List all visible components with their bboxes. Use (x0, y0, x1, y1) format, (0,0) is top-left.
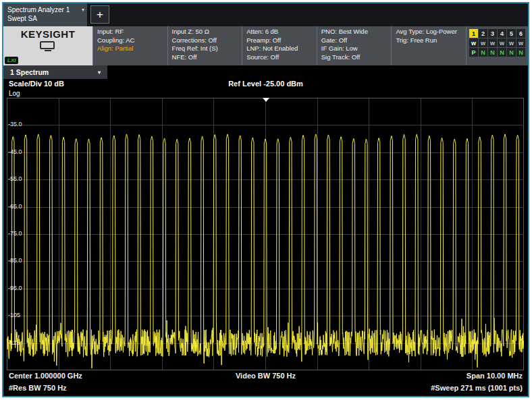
status-line: Source: Off (246, 53, 313, 62)
monitor-base-shape (45, 50, 51, 51)
spectrum-display: -35.0-45.0-55.0-65.0-75.0-85.0-95.0-105-… (7, 98, 525, 370)
spectrum-graticule (7, 98, 524, 370)
status-column-pno[interactable]: PNO: Best WideGate: OffIF Gain: LowSig T… (317, 26, 392, 65)
y-axis-label: -85.0 (8, 257, 22, 264)
status-column-avg-trig[interactable]: Avg Type: Log-PowerTrig: Free Run (391, 26, 466, 65)
trace-number[interactable]: 6 (516, 29, 525, 38)
trace-type[interactable]: w (488, 38, 497, 47)
measurement-bar: 1 Spectrum ▾ (3, 65, 528, 79)
video-bw-annotation[interactable]: Video BW 750 Hz (3, 372, 528, 380)
status-line: Gate: Off (321, 36, 388, 45)
status-line: Input: RF (97, 28, 163, 36)
trace-detector[interactable]: N (507, 48, 516, 57)
trace-type[interactable]: w (507, 38, 516, 47)
display-annotations-bottom-2: #Res BW 750 Hz #Sweep 271 ms (1001 pts) (3, 382, 528, 395)
res-bw-annotation[interactable]: #Res BW 750 Hz (9, 384, 67, 392)
trace-detector[interactable]: N (479, 48, 487, 57)
status-line: Input Z: 50 Ω (172, 28, 238, 36)
y-axis-label: -35.0 (8, 121, 22, 128)
trace-type[interactable]: w (516, 38, 525, 47)
trace-number[interactable]: 1 (469, 29, 478, 38)
status-line: Trig: Free Run (396, 36, 462, 45)
trace-number[interactable]: 4 (498, 29, 506, 38)
y-axis-label: -55.0 (8, 175, 22, 183)
status-bar: KEYSIGHT LXI Input: RFCoupling: ACAlign:… (3, 26, 528, 65)
spectrum-analyzer-window: Spectrum Analyzer 1 Swept SA ▾ + KEYSIGH… (2, 2, 529, 397)
trace-type[interactable]: w (469, 38, 478, 47)
chevron-down-icon[interactable]: ▾ (82, 7, 84, 24)
y-axis-label: -115 (8, 339, 20, 347)
status-line: Corrections: Off (172, 36, 238, 45)
y-axis-label: -105 (8, 312, 20, 319)
log-scale-annotation[interactable]: Log (9, 90, 20, 97)
trace-detector[interactable]: N (488, 48, 497, 57)
trace-number[interactable]: 3 (488, 29, 497, 38)
status-line: Avg Type: Log-Power (396, 28, 462, 36)
tab-subtitle: Swept SA (7, 14, 82, 23)
trace-detector[interactable]: N (498, 48, 506, 57)
logo-text: KEYSIGHT (3, 26, 92, 40)
measurement-selector-label: 1 Spectrum (10, 68, 49, 76)
y-axis-label: -45.0 (8, 148, 22, 156)
trace-number[interactable]: 5 (507, 29, 516, 38)
status-line: LNP: Not Enabled (246, 45, 313, 53)
y-axis-label: -75.0 (8, 230, 22, 237)
trace-indicator-table[interactable]: 123456wwwwwwPNNNNN (466, 26, 528, 65)
tab-spectrum-analyzer-1[interactable]: Spectrum Analyzer 1 Swept SA ▾ (3, 3, 87, 26)
trace-number[interactable]: 2 (479, 29, 487, 38)
trace-detector[interactable]: P (469, 48, 478, 57)
measurement-selector[interactable]: 1 Spectrum ▾ (3, 65, 107, 79)
trace-type[interactable]: w (498, 38, 506, 47)
monitor-screen-shape (40, 41, 55, 49)
trace-detector[interactable]: N (516, 48, 525, 57)
sweep-annotation[interactable]: #Sweep 271 ms (1001 pts) (431, 384, 523, 392)
status-column-impedance[interactable]: Input Z: 50 ΩCorrections: OffFreq Ref: I… (167, 26, 242, 65)
display-annotations-bottom-1: Center 1.000000 GHz Video BW 750 Hz Span… (3, 370, 528, 382)
status-line: Freq Ref: Int (S) (172, 45, 238, 53)
y-axis-label: -65.0 (8, 203, 22, 210)
tab-title: Spectrum Analyzer 1 (7, 5, 82, 14)
status-columns: Input: RFCoupling: ACAlign: PartialInput… (92, 26, 466, 65)
tab-bar: Spectrum Analyzer 1 Swept SA ▾ + (3, 3, 528, 26)
span-annotation[interactable]: Span 10.00 MHz (467, 372, 523, 380)
status-line: NFE: Off (172, 53, 238, 62)
y-axis-label: -95.0 (8, 285, 22, 292)
status-column-input[interactable]: Input: RFCoupling: ACAlign: Partial (92, 26, 167, 65)
status-column-atten[interactable]: Atten: 6 dBPreamp: OffLNP: Not EnabledSo… (242, 26, 317, 65)
chevron-down-icon: ▾ (98, 69, 101, 76)
trace-type[interactable]: w (479, 38, 487, 47)
ref-level-annotation[interactable]: Ref Level -25.00 dBm (3, 80, 528, 88)
lxi-badge: LXI (5, 57, 18, 64)
display-annotations-top: Scale/Div 10 dB Ref Level -25.00 dBm (3, 79, 528, 90)
monitor-icon (40, 41, 56, 51)
status-line: Align: Partial (97, 45, 163, 53)
status-line: Sig Track: Off (321, 53, 388, 62)
status-line: Preamp: Off (246, 36, 313, 45)
status-line: Atten: 6 dB (246, 28, 313, 36)
status-line: Coupling: AC (97, 36, 163, 45)
add-tab-button[interactable]: + (90, 5, 109, 24)
keysight-logo: KEYSIGHT LXI (3, 26, 92, 65)
center-freq-marker (263, 98, 269, 102)
status-line: IF Gain: Low (321, 45, 388, 53)
status-line: PNO: Best Wide (321, 28, 388, 36)
